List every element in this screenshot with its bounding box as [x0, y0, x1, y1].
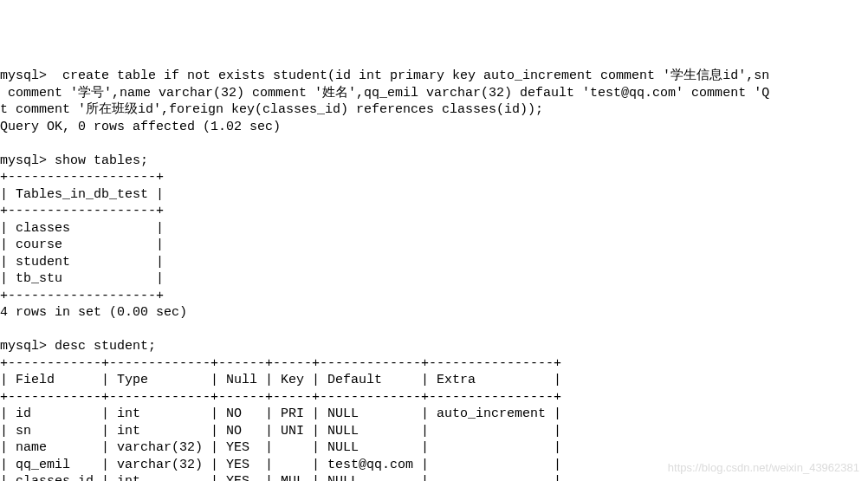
table-row: | course | [0, 237, 164, 252]
table-row: | classes_id | int | YES | MUL | NULL | … [0, 474, 561, 481]
terminal-output: mysql> create table if not exists studen… [0, 68, 868, 481]
show-tables-command: mysql> show tables; [0, 153, 148, 168]
table-border: +-------------------+ [0, 204, 164, 218]
create-table-line-3: t comment '所在班级id',foreign key(classes_i… [0, 102, 543, 117]
table-border: +-------------------+ [0, 289, 164, 303]
rows-in-set: 4 rows in set (0.00 sec) [0, 305, 187, 320]
table-row: | tb_stu | [0, 271, 164, 286]
table-row: | name | varchar(32) | YES | | NULL | | [0, 440, 561, 455]
tables-header: | Tables_in_db_test | [0, 187, 164, 202]
desc-student-command: mysql> desc student; [0, 339, 156, 354]
table-border: +-------------------+ [0, 170, 164, 185]
table-border: +------------+-------------+------+-----… [0, 390, 561, 405]
table-row: | student | [0, 255, 164, 270]
table-row: | qq_emil | varchar(32) | YES | | test@q… [0, 458, 561, 472]
table-border: +------------+-------------+------+-----… [0, 356, 561, 371]
query-ok-line: Query OK, 0 rows affected (1.02 sec) [0, 120, 281, 134]
table-row: | classes | [0, 221, 164, 236]
desc-header: | Field | Type | Null | Key | Default | … [0, 373, 561, 387]
create-table-line-2: comment '学号',name varchar(32) comment '姓… [0, 86, 769, 101]
table-row: | id | int | NO | PRI | NULL | auto_incr… [0, 406, 561, 421]
table-row: | sn | int | NO | UNI | NULL | | [0, 424, 561, 439]
create-table-line-1: mysql> create table if not exists studen… [0, 68, 769, 83]
